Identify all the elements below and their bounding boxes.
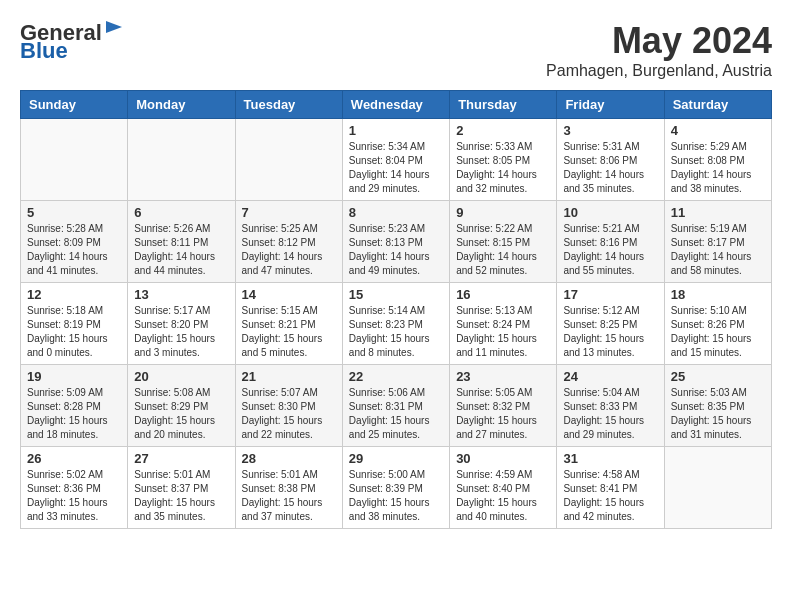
calendar-cell: 2Sunrise: 5:33 AM Sunset: 8:05 PM Daylig… <box>450 119 557 201</box>
day-number: 30 <box>456 451 550 466</box>
day-content: Sunrise: 5:02 AM Sunset: 8:36 PM Dayligh… <box>27 468 121 524</box>
calendar-cell: 20Sunrise: 5:08 AM Sunset: 8:29 PM Dayli… <box>128 365 235 447</box>
day-content: Sunrise: 5:21 AM Sunset: 8:16 PM Dayligh… <box>563 222 657 278</box>
weekday-header-row: SundayMondayTuesdayWednesdayThursdayFrid… <box>21 91 772 119</box>
calendar-cell: 16Sunrise: 5:13 AM Sunset: 8:24 PM Dayli… <box>450 283 557 365</box>
calendar-table: SundayMondayTuesdayWednesdayThursdayFrid… <box>20 90 772 529</box>
day-number: 24 <box>563 369 657 384</box>
calendar-cell: 5Sunrise: 5:28 AM Sunset: 8:09 PM Daylig… <box>21 201 128 283</box>
day-content: Sunrise: 5:05 AM Sunset: 8:32 PM Dayligh… <box>456 386 550 442</box>
day-number: 9 <box>456 205 550 220</box>
calendar-cell: 8Sunrise: 5:23 AM Sunset: 8:13 PM Daylig… <box>342 201 449 283</box>
weekday-header-thursday: Thursday <box>450 91 557 119</box>
day-number: 31 <box>563 451 657 466</box>
calendar-cell: 28Sunrise: 5:01 AM Sunset: 8:38 PM Dayli… <box>235 447 342 529</box>
calendar-cell: 26Sunrise: 5:02 AM Sunset: 8:36 PM Dayli… <box>21 447 128 529</box>
day-content: Sunrise: 5:26 AM Sunset: 8:11 PM Dayligh… <box>134 222 228 278</box>
day-content: Sunrise: 5:25 AM Sunset: 8:12 PM Dayligh… <box>242 222 336 278</box>
calendar-cell: 29Sunrise: 5:00 AM Sunset: 8:39 PM Dayli… <box>342 447 449 529</box>
day-number: 20 <box>134 369 228 384</box>
day-number: 18 <box>671 287 765 302</box>
calendar-cell: 12Sunrise: 5:18 AM Sunset: 8:19 PM Dayli… <box>21 283 128 365</box>
day-number: 28 <box>242 451 336 466</box>
calendar-cell: 22Sunrise: 5:06 AM Sunset: 8:31 PM Dayli… <box>342 365 449 447</box>
day-number: 5 <box>27 205 121 220</box>
day-content: Sunrise: 5:03 AM Sunset: 8:35 PM Dayligh… <box>671 386 765 442</box>
day-number: 15 <box>349 287 443 302</box>
day-number: 23 <box>456 369 550 384</box>
day-number: 14 <box>242 287 336 302</box>
calendar-cell: 14Sunrise: 5:15 AM Sunset: 8:21 PM Dayli… <box>235 283 342 365</box>
day-content: Sunrise: 5:01 AM Sunset: 8:37 PM Dayligh… <box>134 468 228 524</box>
day-content: Sunrise: 5:07 AM Sunset: 8:30 PM Dayligh… <box>242 386 336 442</box>
day-number: 1 <box>349 123 443 138</box>
calendar-cell: 17Sunrise: 5:12 AM Sunset: 8:25 PM Dayli… <box>557 283 664 365</box>
day-content: Sunrise: 5:04 AM Sunset: 8:33 PM Dayligh… <box>563 386 657 442</box>
calendar-cell: 15Sunrise: 5:14 AM Sunset: 8:23 PM Dayli… <box>342 283 449 365</box>
day-number: 4 <box>671 123 765 138</box>
day-number: 19 <box>27 369 121 384</box>
page-header: General Blue May 2024 Pamhagen, Burgenla… <box>20 20 772 80</box>
day-number: 27 <box>134 451 228 466</box>
day-content: Sunrise: 5:33 AM Sunset: 8:05 PM Dayligh… <box>456 140 550 196</box>
day-number: 29 <box>349 451 443 466</box>
day-content: Sunrise: 5:15 AM Sunset: 8:21 PM Dayligh… <box>242 304 336 360</box>
calendar-cell: 31Sunrise: 4:58 AM Sunset: 8:41 PM Dayli… <box>557 447 664 529</box>
day-content: Sunrise: 5:34 AM Sunset: 8:04 PM Dayligh… <box>349 140 443 196</box>
week-row-1: 5Sunrise: 5:28 AM Sunset: 8:09 PM Daylig… <box>21 201 772 283</box>
svg-marker-0 <box>106 21 122 33</box>
calendar-cell: 10Sunrise: 5:21 AM Sunset: 8:16 PM Dayli… <box>557 201 664 283</box>
logo-flag-icon <box>104 19 124 39</box>
day-content: Sunrise: 5:13 AM Sunset: 8:24 PM Dayligh… <box>456 304 550 360</box>
calendar-cell <box>128 119 235 201</box>
day-number: 6 <box>134 205 228 220</box>
day-content: Sunrise: 4:59 AM Sunset: 8:40 PM Dayligh… <box>456 468 550 524</box>
weekday-header-wednesday: Wednesday <box>342 91 449 119</box>
calendar-cell <box>664 447 771 529</box>
day-number: 8 <box>349 205 443 220</box>
calendar-cell: 21Sunrise: 5:07 AM Sunset: 8:30 PM Dayli… <box>235 365 342 447</box>
calendar-cell: 13Sunrise: 5:17 AM Sunset: 8:20 PM Dayli… <box>128 283 235 365</box>
calendar-cell: 4Sunrise: 5:29 AM Sunset: 8:08 PM Daylig… <box>664 119 771 201</box>
day-number: 22 <box>349 369 443 384</box>
weekday-header-monday: Monday <box>128 91 235 119</box>
day-number: 25 <box>671 369 765 384</box>
day-number: 21 <box>242 369 336 384</box>
logo: General Blue <box>20 20 124 64</box>
day-content: Sunrise: 5:14 AM Sunset: 8:23 PM Dayligh… <box>349 304 443 360</box>
day-number: 2 <box>456 123 550 138</box>
calendar-cell: 7Sunrise: 5:25 AM Sunset: 8:12 PM Daylig… <box>235 201 342 283</box>
day-number: 7 <box>242 205 336 220</box>
day-content: Sunrise: 5:28 AM Sunset: 8:09 PM Dayligh… <box>27 222 121 278</box>
day-content: Sunrise: 5:19 AM Sunset: 8:17 PM Dayligh… <box>671 222 765 278</box>
calendar-cell <box>21 119 128 201</box>
calendar-cell: 11Sunrise: 5:19 AM Sunset: 8:17 PM Dayli… <box>664 201 771 283</box>
calendar-cell: 19Sunrise: 5:09 AM Sunset: 8:28 PM Dayli… <box>21 365 128 447</box>
calendar-cell: 27Sunrise: 5:01 AM Sunset: 8:37 PM Dayli… <box>128 447 235 529</box>
day-content: Sunrise: 5:17 AM Sunset: 8:20 PM Dayligh… <box>134 304 228 360</box>
week-row-3: 19Sunrise: 5:09 AM Sunset: 8:28 PM Dayli… <box>21 365 772 447</box>
day-content: Sunrise: 5:12 AM Sunset: 8:25 PM Dayligh… <box>563 304 657 360</box>
day-number: 11 <box>671 205 765 220</box>
day-content: Sunrise: 5:29 AM Sunset: 8:08 PM Dayligh… <box>671 140 765 196</box>
calendar-cell: 30Sunrise: 4:59 AM Sunset: 8:40 PM Dayli… <box>450 447 557 529</box>
day-content: Sunrise: 5:06 AM Sunset: 8:31 PM Dayligh… <box>349 386 443 442</box>
calendar-cell: 25Sunrise: 5:03 AM Sunset: 8:35 PM Dayli… <box>664 365 771 447</box>
day-content: Sunrise: 5:31 AM Sunset: 8:06 PM Dayligh… <box>563 140 657 196</box>
calendar-cell: 3Sunrise: 5:31 AM Sunset: 8:06 PM Daylig… <box>557 119 664 201</box>
day-number: 3 <box>563 123 657 138</box>
calendar-cell: 23Sunrise: 5:05 AM Sunset: 8:32 PM Dayli… <box>450 365 557 447</box>
title-area: May 2024 Pamhagen, Burgenland, Austria <box>546 20 772 80</box>
day-content: Sunrise: 5:09 AM Sunset: 8:28 PM Dayligh… <box>27 386 121 442</box>
day-content: Sunrise: 5:00 AM Sunset: 8:39 PM Dayligh… <box>349 468 443 524</box>
day-content: Sunrise: 5:10 AM Sunset: 8:26 PM Dayligh… <box>671 304 765 360</box>
day-content: Sunrise: 5:23 AM Sunset: 8:13 PM Dayligh… <box>349 222 443 278</box>
weekday-header-sunday: Sunday <box>21 91 128 119</box>
calendar-cell <box>235 119 342 201</box>
calendar-cell: 24Sunrise: 5:04 AM Sunset: 8:33 PM Dayli… <box>557 365 664 447</box>
month-title: May 2024 <box>546 20 772 62</box>
calendar-cell: 18Sunrise: 5:10 AM Sunset: 8:26 PM Dayli… <box>664 283 771 365</box>
week-row-2: 12Sunrise: 5:18 AM Sunset: 8:19 PM Dayli… <box>21 283 772 365</box>
day-number: 10 <box>563 205 657 220</box>
weekday-header-friday: Friday <box>557 91 664 119</box>
